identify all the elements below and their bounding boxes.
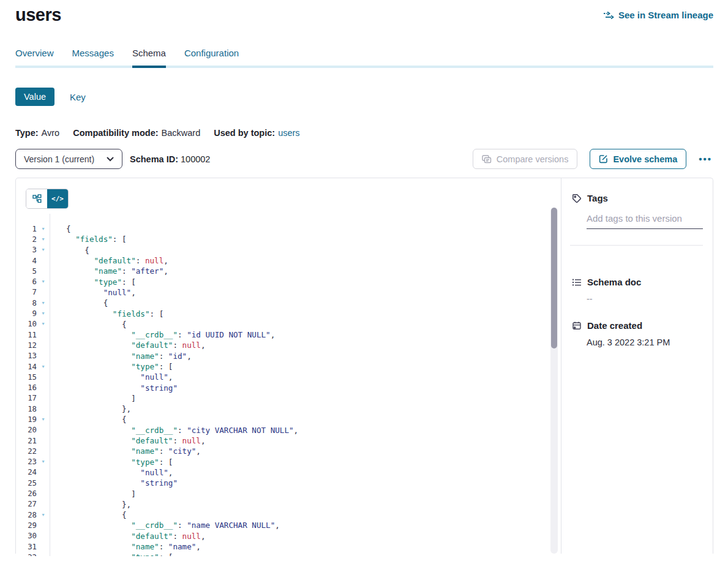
- date-created-section: Date created Aug. 3 2022 3:21 PM: [572, 320, 703, 347]
- code-line: 32▾ "type": [: [16, 552, 561, 556]
- compare-versions-button[interactable]: Compare versions: [473, 149, 578, 169]
- tags-title: Tags: [587, 193, 608, 203]
- tab-overview[interactable]: Overview: [15, 48, 54, 68]
- compatibility-mode: Compatibility mode:Backward: [73, 128, 200, 138]
- schema-type: Type:Avro: [15, 128, 59, 138]
- editor-scrollbar-thumb[interactable]: [551, 208, 557, 348]
- schema-doc-title: Schema doc: [587, 277, 641, 287]
- code-line: 8▾ {: [16, 298, 561, 308]
- schema-doc-value: --: [587, 294, 703, 304]
- page-title: users: [15, 5, 61, 25]
- page-header: users See in Stream lineage: [15, 0, 713, 25]
- schema-doc-section: Schema doc --: [572, 277, 703, 304]
- code-line: 24 "null",: [16, 467, 561, 478]
- schema-doc-heading: Schema doc: [572, 277, 703, 287]
- code-line: 14▾ "type": [: [16, 361, 561, 372]
- code-line: 7 "null",: [16, 287, 561, 298]
- stream-lineage-link[interactable]: See in Stream lineage: [603, 10, 713, 20]
- used-by-topic: Used by topic:users: [214, 128, 299, 138]
- edit-icon: [599, 154, 608, 164]
- version-controls-row: Version 1 (current) Schema ID: 100002 Co…: [15, 149, 713, 169]
- date-created-heading: Date created: [572, 320, 703, 331]
- chevron-down-icon: [107, 157, 114, 162]
- code-line: 27 },: [16, 499, 561, 510]
- tab-bar: Overview Messages Schema Configuration: [15, 48, 713, 68]
- code-line: 4 "default": null,: [16, 255, 561, 266]
- fold-arrow-icon[interactable]: ▾: [37, 513, 50, 518]
- version-select[interactable]: Version 1 (current): [15, 149, 122, 169]
- schema-detail-panels: </> 1▾{2▾ "fields": [3▾ {4 "default": nu…: [15, 178, 713, 554]
- code-line: 17 ]: [16, 393, 561, 404]
- stream-lineage-icon: [603, 11, 614, 20]
- editor-scrollbar[interactable]: [550, 208, 558, 554]
- schema-meta-row: Type:Avro Compatibility mode:Backward Us…: [15, 128, 713, 138]
- code-line: 11 "__crdb__": "id UUID NOT NULL",: [16, 329, 561, 340]
- view-toggle-group: </>: [26, 189, 69, 209]
- code-view-button[interactable]: </>: [47, 189, 68, 208]
- fold-arrow-icon[interactable]: ▾: [37, 555, 50, 556]
- code-line: 16 "string": [16, 382, 561, 393]
- code-line: 1▾{: [16, 224, 561, 234]
- fold-arrow-icon[interactable]: ▾: [37, 237, 50, 242]
- fold-arrow-icon[interactable]: ▾: [37, 301, 50, 306]
- code-line: 18 },: [16, 404, 561, 414]
- fold-arrow-icon[interactable]: ▾: [37, 417, 50, 422]
- tab-schema[interactable]: Schema: [132, 48, 166, 68]
- code-view-icon: </>: [51, 195, 64, 203]
- code-line: 28▾ {: [16, 510, 561, 520]
- code-line: 6▾ "type": [: [16, 276, 561, 287]
- code-line: 31 "name": "name",: [16, 541, 561, 552]
- date-created-value: Aug. 3 2022 3:21 PM: [587, 337, 703, 347]
- code-line: 15 "null",: [16, 372, 561, 382]
- code-line: 21 "default": null,: [16, 435, 561, 446]
- code-line: 3▾ {: [16, 245, 561, 255]
- tab-messages[interactable]: Messages: [72, 48, 114, 68]
- editor-toolbar: </>: [16, 178, 561, 214]
- schema-code-panel: </> 1▾{2▾ "fields": [3▾ {4 "default": nu…: [16, 178, 561, 554]
- tags-heading: Tags: [572, 193, 703, 203]
- doc-list-icon: [572, 277, 582, 287]
- code-line: 13 "name": "id",: [16, 351, 561, 361]
- schema-page: users See in Stream lineage Overview Mes…: [0, 0, 728, 554]
- code-line: 30 "default": null,: [16, 531, 561, 541]
- add-tags-input[interactable]: [587, 212, 703, 229]
- overflow-menu-button[interactable]: •••: [697, 151, 713, 167]
- fold-arrow-icon[interactable]: ▾: [37, 364, 50, 369]
- evolve-schema-label: Evolve schema: [613, 154, 677, 164]
- calendar-add-icon: [572, 321, 582, 331]
- code-line: 9▾ "fields": [: [16, 308, 561, 318]
- compare-versions-icon: [482, 155, 492, 164]
- tree-view-button[interactable]: [26, 189, 47, 208]
- code-line: 5 "name": "after",: [16, 266, 561, 276]
- code-editor-lines: 1▾{2▾ "fields": [3▾ {4 "default": null,5…: [16, 214, 561, 556]
- code-editor[interactable]: 1▾{2▾ "fields": [3▾ {4 "default": null,5…: [16, 214, 561, 556]
- tab-configuration[interactable]: Configuration: [184, 48, 239, 68]
- code-line: 12 "default": null,: [16, 340, 561, 350]
- topic-link[interactable]: users: [278, 128, 299, 138]
- code-line: 26 ]: [16, 488, 561, 499]
- stream-lineage-label: See in Stream lineage: [618, 10, 713, 20]
- tag-icon: [572, 194, 582, 203]
- date-created-title: Date created: [587, 320, 642, 331]
- fold-arrow-icon[interactable]: ▾: [37, 227, 50, 232]
- code-line: 25 "string": [16, 478, 561, 488]
- key-toggle-link[interactable]: Key: [70, 92, 86, 102]
- compare-versions-label: Compare versions: [497, 154, 569, 164]
- schema-sidebar: Tags Schema doc: [561, 178, 713, 554]
- evolve-schema-button[interactable]: Evolve schema: [590, 149, 686, 169]
- fold-arrow-icon[interactable]: ▾: [37, 311, 50, 316]
- tags-section: Tags: [572, 193, 703, 246]
- fold-arrow-icon[interactable]: ▾: [37, 279, 50, 284]
- fold-arrow-icon[interactable]: ▾: [37, 459, 50, 464]
- sidebar-divider: [570, 245, 703, 246]
- code-line: 19▾ {: [16, 414, 561, 424]
- fold-arrow-icon[interactable]: ▾: [37, 322, 50, 326]
- version-select-value: Version 1 (current): [24, 154, 94, 164]
- tree-view-icon: [32, 194, 42, 203]
- code-line: 29 "__crdb__": "name VARCHAR NULL",: [16, 520, 561, 530]
- value-key-toggle: Value Key: [15, 88, 713, 106]
- code-line: 20 "__crdb__": "city VARCHAR NOT NULL",: [16, 425, 561, 435]
- fold-arrow-icon[interactable]: ▾: [37, 247, 50, 252]
- value-toggle-button[interactable]: Value: [15, 88, 54, 106]
- code-line: 23▾ "type": [: [16, 457, 561, 467]
